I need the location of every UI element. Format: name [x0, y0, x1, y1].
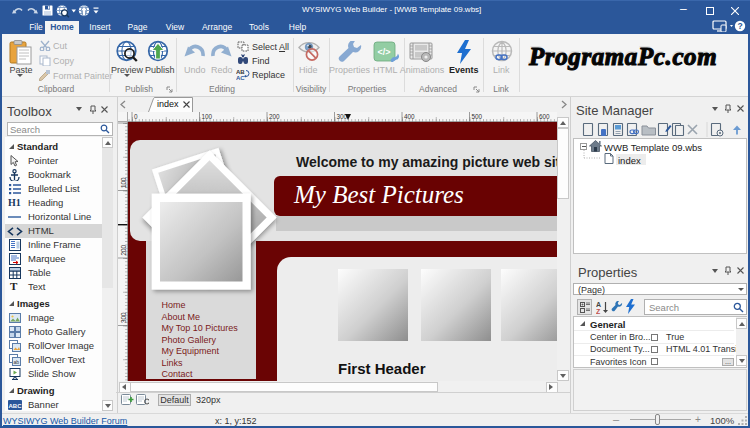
svg-text:A: A — [596, 301, 601, 308]
svg-text:ABC: ABC — [9, 403, 23, 409]
svg-text:200: 200 — [120, 244, 127, 255]
svg-text:</>: </> — [377, 47, 390, 57]
svg-text:AB: AB — [236, 69, 245, 75]
svg-text:100: 100 — [120, 177, 127, 188]
svg-text:Z: Z — [596, 308, 601, 315]
svg-text:0: 0 — [134, 113, 138, 120]
svg-text:ab: ab — [14, 359, 20, 365]
svg-text:100: 100 — [202, 113, 213, 120]
svg-text:300: 300 — [120, 312, 127, 323]
svg-text:?: ? — [737, 21, 742, 31]
svg-text:200: 200 — [269, 113, 280, 120]
svg-text:400: 400 — [404, 113, 415, 120]
svg-text:500: 500 — [472, 113, 483, 120]
svg-text:600: 600 — [539, 113, 550, 120]
svg-text:AC: AC — [236, 75, 245, 80]
